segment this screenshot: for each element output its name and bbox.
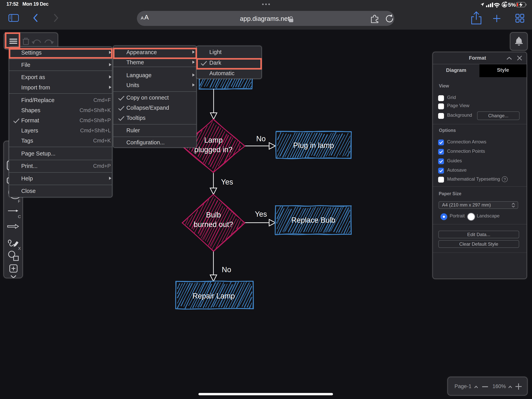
svg-text:No: No — [222, 265, 231, 274]
svg-text:F: F — [18, 199, 20, 203]
svg-text:Replace Bulb: Replace Bulb — [291, 216, 335, 224]
svg-text:Bulb: Bulb — [206, 211, 221, 219]
svg-text:C: C — [18, 214, 21, 219]
svg-text:X: X — [18, 246, 21, 251]
svg-text:5%: 5% — [508, 2, 516, 8]
svg-text:No: No — [256, 135, 266, 143]
svg-text:burned out?: burned out? — [194, 220, 233, 229]
svg-text:Yes: Yes — [255, 210, 267, 218]
svg-text:plugged in?: plugged in? — [194, 146, 233, 154]
svg-text:Lamp: Lamp — [204, 136, 222, 144]
svg-text:Plug in lamp: Plug in lamp — [293, 141, 334, 149]
svg-text:Repair Lamp: Repair Lamp — [192, 292, 235, 300]
svg-text:Yes: Yes — [221, 178, 233, 186]
